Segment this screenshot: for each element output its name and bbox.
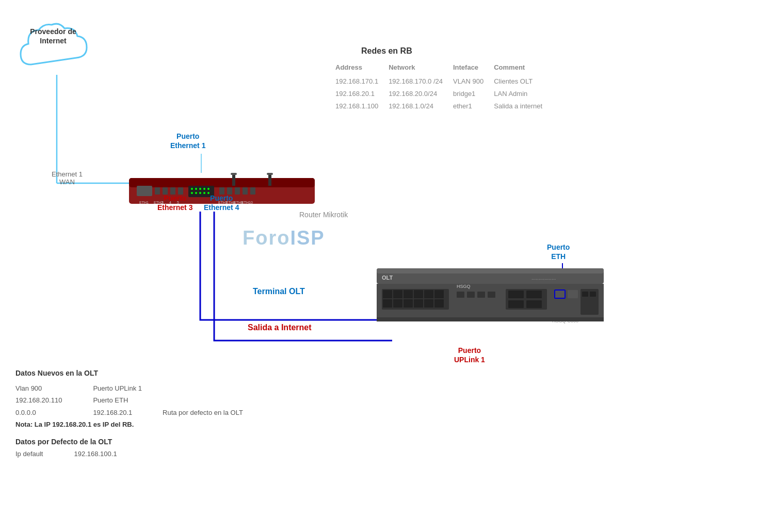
addr2: 192.168.20.1: [335, 88, 389, 100]
svg-rect-51: [434, 290, 444, 298]
datos-row: 192.168.20.110 Puerto ETH: [15, 394, 243, 406]
svg-rect-47: [393, 290, 402, 298]
svg-rect-48: [404, 290, 413, 298]
terminal-olt-label: Terminal OLT: [253, 286, 305, 297]
iface2: bridge1: [453, 88, 494, 100]
datos-row: 0.0.0.0 192.168.20.1 Ruta por defecto en…: [15, 407, 243, 418]
svg-rect-67: [526, 300, 542, 308]
datos-row: Ip default 192.168.100.1: [15, 450, 117, 458]
svg-rect-50: [424, 290, 433, 298]
puerto-eth1-label: PuertoEthernet 1: [170, 132, 205, 150]
note-rb-ip: Nota: La IP 192.168.20.1 es IP del RB.: [15, 421, 243, 428]
ip-default-label: Ip default: [15, 450, 74, 458]
svg-rect-46: [383, 290, 392, 298]
svg-rect-10: [137, 186, 152, 196]
cloud-label: Proveedor de Internet: [20, 27, 87, 45]
table-row: 192.168.20.1 192.168.20.0/24 bridge1 LAN…: [335, 88, 553, 100]
datos-row: Vlan 900 Puerto UPLink 1: [15, 382, 243, 394]
svg-point-17: [195, 188, 197, 190]
ip-default-value: 192.168.100.1: [74, 450, 117, 458]
svg-text:.................: .................: [531, 275, 556, 281]
puerto-uplink1-label: PuertoUPLink 1: [454, 346, 485, 364]
svg-rect-8: [231, 173, 237, 175]
svg-point-22: [203, 188, 205, 190]
svg-rect-5: [129, 178, 315, 187]
svg-text:HSGQ: HSGQ: [457, 284, 471, 289]
vlan-label: Vlan 900: [15, 382, 93, 394]
svg-rect-65: [526, 291, 542, 298]
net3: 192.168.1.0/24: [389, 100, 453, 112]
addr3: 192.168.1.100: [335, 100, 389, 112]
col-address: Address: [335, 62, 389, 75]
comment2: LAN Admin: [494, 88, 553, 100]
puerto-eth4-label: PuertoEthernet 4: [204, 194, 239, 212]
svg-rect-71: [582, 292, 588, 297]
svg-point-23: [207, 188, 209, 190]
svg-rect-57: [434, 299, 444, 308]
svg-rect-66: [508, 300, 524, 308]
svg-rect-59: [467, 292, 475, 298]
comment3: Salida a internet: [494, 100, 553, 112]
svg-rect-69: [568, 290, 578, 298]
section2-title: Datos por Defecto de la OLT: [15, 438, 243, 446]
salida-internet-label: Salida a Internet: [248, 323, 312, 333]
svg-rect-52: [383, 299, 392, 308]
puerto-eth-olt-label: PuertoETH: [547, 243, 570, 261]
iface1: VLAN 900: [453, 75, 494, 88]
svg-rect-68: [555, 290, 565, 298]
table-row: 192.168.170.1 192.168.170.0 /24 VLAN 900…: [335, 75, 553, 88]
watermark-foro: Foro: [243, 227, 290, 249]
puerto-eth3-label: PuertoEthernet 3: [157, 194, 192, 212]
svg-rect-72: [590, 292, 596, 297]
gw-desc-label: Ruta por defecto en la OLT: [163, 407, 243, 418]
gw-label: 0.0.0.0: [15, 407, 93, 418]
datos-nuevos-table: Vlan 900 Puerto UPLink 1 192.168.20.110 …: [15, 382, 243, 418]
svg-rect-60: [477, 292, 485, 298]
svg-rect-54: [404, 299, 413, 308]
svg-rect-56: [424, 299, 433, 308]
router-mikrotik-label: Router Mikrotik: [299, 211, 348, 219]
svg-rect-55: [414, 299, 423, 308]
svg-text:ETH10: ETH10: [241, 201, 253, 204]
svg-text:ETH1: ETH1: [139, 201, 149, 204]
cloud-label-line1: Proveedor de: [30, 27, 76, 36]
section2-container: Datos por Defecto de la OLT Ip default 1…: [15, 438, 243, 458]
iface3: ether1: [453, 100, 494, 112]
col-interface: Inteface: [453, 62, 494, 75]
puerto-eth-label: Puerto ETH: [93, 394, 163, 406]
table-row: 192.168.1.100 192.168.1.0/24 ether1 Sali…: [335, 100, 553, 112]
col-network: Network: [389, 62, 453, 75]
svg-point-16: [191, 188, 193, 190]
svg-rect-30: [250, 187, 255, 195]
olt-device: OLT ................. HSGQ: [377, 268, 609, 330]
svg-point-18: [199, 188, 201, 190]
svg-rect-49: [414, 290, 423, 298]
comment1: Clientes OLT: [494, 75, 553, 88]
diagram-container: Proveedor de Internet Ethernet 1 WAN Red…: [0, 0, 774, 532]
datos-defecto-table: Ip default 192.168.100.1: [15, 450, 243, 458]
addr1: 192.168.170.1: [335, 75, 389, 88]
gw-ip-label: 192.168.20.1: [93, 407, 163, 418]
svg-rect-41: [377, 268, 604, 273]
svg-rect-74: [377, 317, 604, 321]
svg-text:OLT: OLT: [382, 275, 393, 281]
watermark-isp: ISP: [290, 227, 325, 249]
cloud-label-line2: Internet: [40, 37, 66, 45]
col-comment: Comment: [494, 62, 553, 75]
svg-point-20: [195, 192, 197, 194]
svg-rect-53: [393, 299, 402, 308]
eth-wan-text: Ethernet 1 WAN: [52, 170, 83, 186]
svg-point-21: [199, 192, 201, 194]
uplink-label: Puerto UPLink 1: [93, 382, 163, 394]
section1-title: Datos Nuevos en la OLT: [15, 369, 243, 377]
svg-rect-9: [267, 173, 273, 175]
svg-rect-61: [488, 292, 495, 298]
foroisp-watermark: ForoISP: [243, 227, 325, 249]
bottom-info-section: Datos Nuevos en la OLT Vlan 900 Puerto U…: [15, 369, 243, 458]
ip-olt-label: 192.168.20.110: [15, 394, 93, 406]
eth-wan-label: Ethernet 1 WAN: [52, 170, 83, 186]
redes-title: Redes en RB: [361, 46, 412, 56]
svg-rect-64: [508, 291, 524, 298]
svg-rect-29: [243, 187, 248, 195]
svg-rect-58: [457, 292, 464, 298]
